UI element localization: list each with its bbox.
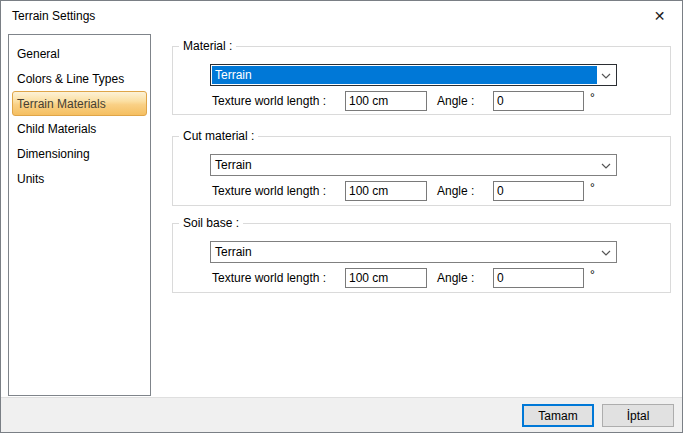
- soil-base-combobox[interactable]: Terrain: [210, 241, 617, 263]
- sidebar-item-label: Child Materials: [17, 122, 96, 136]
- sidebar-item-colors-line-types[interactable]: Colors & Line Types: [12, 66, 147, 91]
- material-combobox-value: Terrain: [212, 66, 597, 84]
- close-button[interactable]: ✕: [637, 1, 682, 31]
- sidebar-item-label: General: [17, 47, 60, 61]
- angle-input[interactable]: [493, 91, 584, 111]
- cut-material-group-label: Cut material :: [179, 129, 258, 143]
- texture-world-length-label: Texture world length :: [212, 181, 326, 201]
- soil-base-group: Soil base : Terrain Texture world length…: [172, 223, 671, 293]
- angle-label: Angle :: [437, 268, 474, 288]
- texture-world-length-label: Texture world length :: [212, 91, 326, 111]
- sidebar-item-label: Units: [17, 172, 44, 186]
- titlebar: Terrain Settings ✕: [1, 1, 682, 32]
- soil-base-group-label: Soil base :: [179, 216, 243, 230]
- degree-unit-label: °: [590, 91, 595, 105]
- sidebar-item-terrain-materials[interactable]: Terrain Materials: [12, 91, 147, 116]
- sidebar-item-general[interactable]: General: [12, 41, 147, 66]
- angle-input[interactable]: [493, 268, 584, 288]
- degree-unit-label: °: [590, 181, 595, 195]
- material-group: Material : Terrain Texture world length …: [172, 46, 671, 115]
- dialog-footer: Tamam İptal: [1, 397, 682, 432]
- cut-material-group: Cut material : Terrain Texture world len…: [172, 136, 671, 206]
- sidebar-item-child-materials[interactable]: Child Materials: [12, 116, 147, 141]
- material-group-label: Material :: [179, 39, 236, 53]
- sidebar-item-dimensioning[interactable]: Dimensioning: [12, 141, 147, 166]
- cancel-button[interactable]: İptal: [602, 404, 674, 427]
- sidebar-item-label: Terrain Materials: [17, 97, 106, 111]
- cut-material-combobox[interactable]: Terrain: [210, 154, 617, 176]
- texture-world-length-input[interactable]: [345, 181, 427, 201]
- angle-label: Angle :: [437, 91, 474, 111]
- chevron-down-icon: [601, 163, 611, 169]
- texture-world-length-input[interactable]: [345, 268, 427, 288]
- settings-category-list: General Colors & Line Types Terrain Mate…: [8, 34, 151, 396]
- terrain-settings-dialog: Terrain Settings ✕ General Colors & Line…: [0, 0, 683, 433]
- angle-label: Angle :: [437, 181, 474, 201]
- sidebar-item-units[interactable]: Units: [12, 166, 147, 191]
- soil-base-combobox-value: Terrain: [212, 243, 597, 261]
- chevron-down-icon: [601, 250, 611, 256]
- cut-material-combobox-value: Terrain: [212, 156, 597, 174]
- angle-input[interactable]: [493, 181, 584, 201]
- ok-button[interactable]: Tamam: [522, 404, 594, 427]
- sidebar-item-label: Dimensioning: [17, 147, 90, 161]
- texture-world-length-input[interactable]: [345, 91, 427, 111]
- window-title: Terrain Settings: [12, 9, 95, 23]
- texture-world-length-label: Texture world length :: [212, 268, 326, 288]
- sidebar-item-label: Colors & Line Types: [17, 72, 124, 86]
- degree-unit-label: °: [590, 268, 595, 282]
- material-combobox[interactable]: Terrain: [210, 64, 617, 86]
- close-icon: ✕: [654, 8, 666, 24]
- chevron-down-icon: [601, 73, 611, 79]
